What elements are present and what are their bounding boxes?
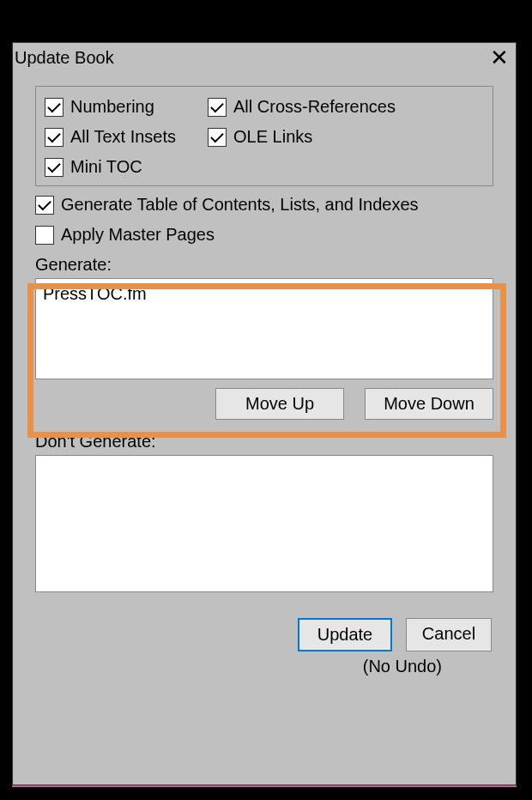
checkbox-icon bbox=[208, 98, 227, 117]
checkbox-icon bbox=[35, 196, 54, 215]
generate-label: Generate: bbox=[35, 255, 493, 275]
numbering-check[interactable]: Numbering bbox=[45, 97, 208, 117]
all-cross-refs-check[interactable]: All Cross-References bbox=[208, 97, 484, 117]
checkbox-icon bbox=[208, 128, 227, 147]
checkbox-label: All Cross-References bbox=[233, 97, 396, 117]
dont-generate-label: Don't Generate: bbox=[35, 432, 493, 452]
checkbox-icon bbox=[45, 158, 63, 177]
options-group: Numbering All Cross-References All Text … bbox=[35, 86, 493, 186]
checkbox-label: Numbering bbox=[70, 97, 154, 117]
mini-toc-check[interactable]: Mini TOC bbox=[45, 157, 208, 177]
generate-toc-check[interactable]: Generate Table of Contents, Lists, and I… bbox=[35, 195, 493, 215]
checkbox-label: Apply Master Pages bbox=[61, 225, 215, 245]
dialog-content: Numbering All Cross-References All Text … bbox=[13, 72, 516, 676]
move-up-button[interactable]: Move Up bbox=[215, 388, 344, 420]
ole-links-check[interactable]: OLE Links bbox=[208, 127, 484, 147]
all-text-insets-check[interactable]: All Text Insets bbox=[45, 127, 208, 147]
bottom-border bbox=[12, 785, 517, 787]
footer-buttons: Update Cancel bbox=[35, 618, 493, 652]
no-undo-label: (No Undo) bbox=[35, 657, 493, 676]
cancel-button[interactable]: Cancel bbox=[406, 618, 492, 652]
checkbox-icon bbox=[45, 98, 63, 117]
checkbox-label: All Text Insets bbox=[70, 127, 176, 147]
checkbox-icon bbox=[45, 128, 63, 147]
generate-listbox[interactable]: PressTOC.fm bbox=[35, 278, 493, 379]
move-buttons-row: Move Up Move Down bbox=[35, 388, 493, 420]
titlebar: Update Book ✕ bbox=[13, 43, 516, 72]
update-button[interactable]: Update bbox=[298, 618, 392, 652]
move-down-button[interactable]: Move Down bbox=[365, 388, 493, 420]
checkbox-label: Mini TOC bbox=[70, 157, 142, 177]
dont-generate-listbox[interactable] bbox=[35, 455, 493, 592]
options-grid: Numbering All Cross-References All Text … bbox=[45, 97, 484, 177]
checkbox-label: Generate Table of Contents, Lists, and I… bbox=[61, 195, 419, 215]
dialog-title: Update Book bbox=[15, 48, 114, 68]
checkbox-label: OLE Links bbox=[233, 127, 312, 147]
list-item[interactable]: PressTOC.fm bbox=[43, 284, 486, 304]
update-book-dialog: Update Book ✕ Numbering All Cross-Refere… bbox=[12, 42, 517, 785]
checkbox-icon bbox=[35, 226, 54, 245]
apply-master-check[interactable]: Apply Master Pages bbox=[35, 225, 493, 245]
close-icon[interactable]: ✕ bbox=[485, 46, 514, 69]
